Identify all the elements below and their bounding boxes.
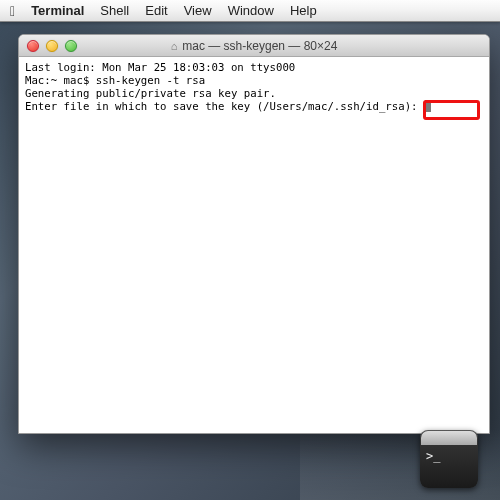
dock-icon-titlebar: [421, 431, 477, 445]
menu-help[interactable]: Help: [290, 3, 317, 18]
window-title-wrap: ⌂ mac — ssh-keygen — 80×24: [19, 39, 489, 53]
titlebar[interactable]: ⌂ mac — ssh-keygen — 80×24: [19, 35, 489, 57]
terminal-line: Last login: Mon Mar 25 18:03:03 on ttys0…: [25, 61, 295, 74]
close-button[interactable]: [27, 40, 39, 52]
zoom-button[interactable]: [65, 40, 77, 52]
menu-shell[interactable]: Shell: [100, 3, 129, 18]
dock-icon-body: >_: [420, 445, 478, 488]
window-title: mac — ssh-keygen — 80×24: [182, 39, 337, 53]
terminal-content[interactable]: Last login: Mon Mar 25 18:03:03 on ttys0…: [19, 57, 489, 433]
minimize-button[interactable]: [46, 40, 58, 52]
terminal-window: ⌂ mac — ssh-keygen — 80×24 Last login: M…: [18, 34, 490, 434]
dock-icon-prompt: >_: [426, 449, 440, 463]
traffic-lights: [27, 40, 77, 52]
app-menu[interactable]: Terminal: [31, 3, 84, 18]
terminal-line: Generating public/private rsa key pair.: [25, 87, 276, 100]
home-icon: ⌂: [171, 40, 178, 52]
dock-terminal-icon[interactable]: >_: [420, 430, 478, 488]
apple-menu[interactable]: : [10, 3, 15, 19]
menu-edit[interactable]: Edit: [145, 3, 167, 18]
terminal-line: Mac:~ mac$ ssh-keygen -t rsa: [25, 74, 205, 87]
terminal-cursor: [425, 100, 431, 112]
menu-window[interactable]: Window: [228, 3, 274, 18]
annotation-highlight: [423, 100, 480, 120]
menubar:  Terminal Shell Edit View Window Help: [0, 0, 500, 22]
terminal-line: Enter file in which to save the key (/Us…: [25, 100, 424, 113]
menu-view[interactable]: View: [184, 3, 212, 18]
